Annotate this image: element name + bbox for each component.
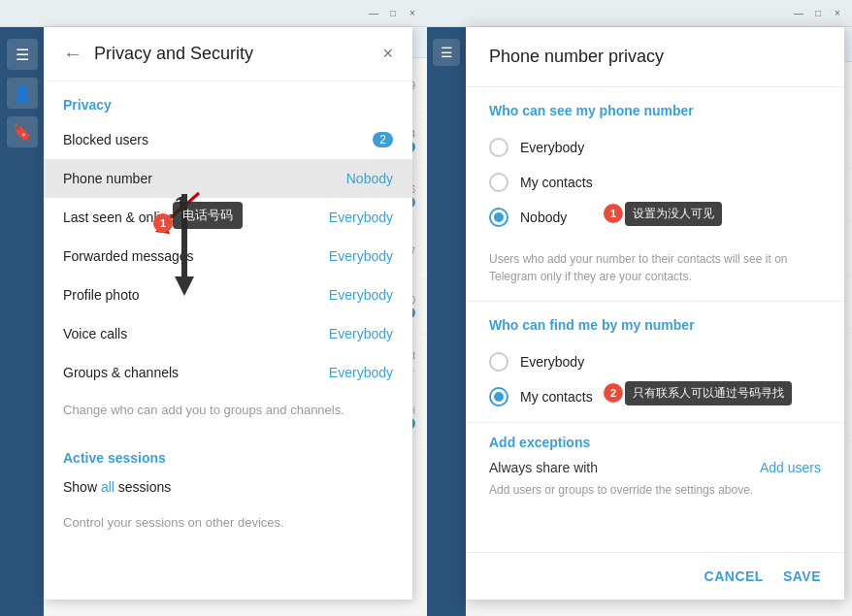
everybody-label-2: Everybody bbox=[520, 354, 584, 370]
everybody-radio-1[interactable] bbox=[489, 138, 508, 157]
forwarded-messages-value: Everybody bbox=[329, 248, 393, 264]
my-contacts-radio-1[interactable] bbox=[489, 173, 508, 192]
my-contacts-label-2: My contacts bbox=[520, 389, 593, 405]
show-sessions-item[interactable]: Show all sessions bbox=[44, 470, 412, 504]
exceptions-section: Add exceptions Always share with Add use… bbox=[466, 422, 844, 501]
minimize-btn-right[interactable]: — bbox=[792, 7, 805, 20]
everybody-option-1[interactable]: Everybody bbox=[489, 130, 821, 165]
phone-badge: 1 bbox=[153, 213, 173, 233]
sessions-desc: Control your sessions on other devices. bbox=[44, 504, 412, 547]
sidebar-left: ☰ 👤 🔖 bbox=[0, 27, 44, 616]
phone-number-value: Nobody bbox=[346, 171, 393, 186]
save-button[interactable]: SAVE bbox=[783, 568, 821, 584]
panel-content: Privacy Blocked users 2 Phone number Nob… bbox=[44, 81, 412, 547]
panel-title: Privacy and Security bbox=[94, 44, 371, 64]
last-seen-value: Everybody bbox=[329, 210, 393, 225]
exceptions-desc: Add users or groups to override the sett… bbox=[489, 483, 821, 497]
maximize-btn-right[interactable]: □ bbox=[811, 7, 825, 20]
always-share-row: Always share with Add users bbox=[489, 460, 821, 475]
profile-photo-item[interactable]: Profile photo Everybody bbox=[44, 276, 412, 314]
phone-number-item[interactable]: Phone number Nobody bbox=[44, 159, 412, 198]
phone-find-section: Who can find me by my number Everybody M… bbox=[466, 302, 844, 422]
groups-channels-item[interactable]: Groups & channels Everybody bbox=[44, 353, 412, 392]
groups-channels-value: Everybody bbox=[329, 365, 393, 380]
privacy-panel: ← Privacy and Security × Privacy Blocked… bbox=[44, 27, 412, 600]
voice-calls-item[interactable]: Voice calls Everybody bbox=[44, 314, 412, 353]
my-contacts-option-1[interactable]: My contacts bbox=[489, 165, 821, 200]
cancel-button[interactable]: CANCEL bbox=[705, 568, 764, 584]
minimize-btn-left[interactable]: — bbox=[367, 7, 380, 20]
dialog-header: Phone number privacy bbox=[466, 27, 844, 87]
phone-visibility-section: Who can see my phone number Everybody My… bbox=[466, 87, 844, 243]
voice-calls-label: Voice calls bbox=[63, 326, 329, 341]
my-contacts-label-1: My contacts bbox=[520, 175, 593, 190]
blocked-users-item[interactable]: Blocked users 2 bbox=[44, 120, 412, 159]
nobody-radio[interactable] bbox=[489, 208, 508, 227]
exceptions-title: Add exceptions bbox=[489, 435, 821, 450]
dialog-footer: CANCEL SAVE bbox=[466, 552, 844, 600]
svg-marker-3 bbox=[175, 276, 194, 296]
tooltip-2: 只有联系人可以通过号码寻找 bbox=[625, 381, 792, 405]
my-contacts-radio-2[interactable] bbox=[489, 387, 508, 406]
dialog-title: Phone number privacy bbox=[489, 47, 821, 67]
phone-note: Users who add your number to their conta… bbox=[466, 243, 844, 302]
add-users-button[interactable]: Add users bbox=[760, 460, 821, 475]
saved-icon[interactable]: 🔖 bbox=[7, 116, 38, 147]
groups-desc: Change who can add you to groups and cha… bbox=[44, 392, 412, 435]
right-titlebar: — □ × bbox=[427, 0, 852, 27]
profile-photo-value: Everybody bbox=[329, 287, 393, 303]
contacts-icon[interactable]: 👤 bbox=[7, 78, 38, 109]
close-btn-right[interactable]: × bbox=[831, 7, 844, 20]
privacy-section-label: Privacy bbox=[44, 81, 412, 120]
section1-title: Who can see my phone number bbox=[489, 103, 821, 118]
active-sessions-label: Active sessions bbox=[44, 435, 412, 470]
badge-2: 2 bbox=[604, 383, 623, 403]
close-btn-left[interactable]: × bbox=[406, 7, 419, 20]
maximize-btn-left[interactable]: □ bbox=[386, 7, 400, 20]
blocked-users-label: Blocked users bbox=[63, 132, 373, 147]
panel-header: ← Privacy and Security × bbox=[44, 27, 412, 81]
badge-1: 1 bbox=[604, 204, 623, 223]
forwarded-messages-item[interactable]: Forwarded messages Everybody bbox=[44, 237, 412, 276]
everybody-option-2[interactable]: Everybody bbox=[489, 344, 821, 379]
everybody-radio-2[interactable] bbox=[489, 352, 508, 372]
nobody-label: Nobody bbox=[520, 210, 567, 225]
my-contacts-option-2[interactable]: My contacts 2 只有联系人可以通过号码寻找 bbox=[489, 379, 821, 414]
blocked-users-badge: 2 bbox=[373, 132, 393, 147]
section2-title: Who can find me by my number bbox=[489, 317, 821, 333]
phone-dialog: Phone number privacy Who can see my phon… bbox=[466, 27, 844, 600]
tooltip-1: 设置为没人可见 bbox=[625, 202, 722, 226]
always-share-label: Always share with bbox=[489, 460, 598, 475]
phone-tooltip: 电话号码 bbox=[173, 202, 243, 229]
left-titlebar: — □ × bbox=[0, 0, 427, 27]
groups-channels-label: Groups & channels bbox=[63, 365, 329, 380]
everybody-label-1: Everybody bbox=[520, 140, 584, 155]
menu-icon[interactable]: ☰ bbox=[7, 39, 38, 70]
back-button[interactable]: ← bbox=[63, 43, 82, 65]
panel-close-button[interactable]: × bbox=[382, 44, 393, 64]
nobody-option[interactable]: Nobody 1 设置为没人可见 bbox=[489, 200, 821, 235]
voice-calls-value: Everybody bbox=[329, 326, 393, 341]
